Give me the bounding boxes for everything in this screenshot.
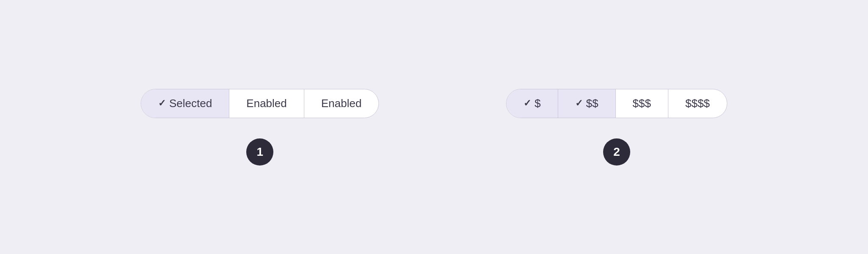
pill-item-dollar4[interactable]: $$$$ bbox=[668, 89, 727, 118]
pill-label-enabled-1: Enabled bbox=[246, 97, 287, 110]
check-icon-selected: ✓ bbox=[158, 98, 166, 109]
pill-item-dollar1[interactable]: ✓ $ bbox=[506, 89, 558, 118]
check-icon-dollar2: ✓ bbox=[575, 98, 583, 109]
badge-2: 2 bbox=[603, 138, 630, 166]
check-icon-dollar1: ✓ bbox=[523, 98, 531, 109]
main-container: ✓ Selected Enabled Enabled 1 ✓ $ ✓ $$ $$… bbox=[0, 89, 868, 166]
pill-group-2: ✓ $ ✓ $$ $$$ $$$$ bbox=[506, 89, 727, 118]
pill-group-1: ✓ Selected Enabled Enabled bbox=[141, 89, 379, 118]
section-1: ✓ Selected Enabled Enabled 1 bbox=[141, 89, 379, 166]
pill-label-dollar1: $ bbox=[534, 97, 540, 110]
pill-item-enabled-2[interactable]: Enabled bbox=[304, 89, 378, 118]
pill-item-dollar2[interactable]: ✓ $$ bbox=[558, 89, 616, 118]
pill-label-enabled-2: Enabled bbox=[321, 97, 362, 110]
section-2: ✓ $ ✓ $$ $$$ $$$$ 2 bbox=[506, 89, 727, 166]
pill-item-enabled-1[interactable]: Enabled bbox=[229, 89, 304, 118]
pill-item-selected[interactable]: ✓ Selected bbox=[141, 89, 229, 118]
pill-label-selected: Selected bbox=[169, 97, 212, 110]
badge-1: 1 bbox=[246, 138, 273, 166]
pill-item-dollar3[interactable]: $$$ bbox=[616, 89, 668, 118]
pill-label-dollar4: $$$$ bbox=[685, 97, 710, 110]
pill-label-dollar3: $$$ bbox=[633, 97, 651, 110]
pill-label-dollar2: $$ bbox=[586, 97, 598, 110]
